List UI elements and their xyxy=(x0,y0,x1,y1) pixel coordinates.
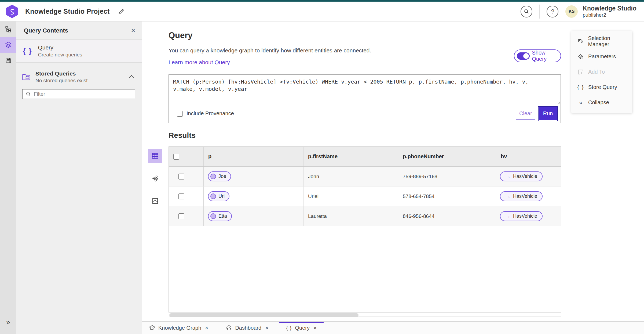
rail-item-save[interactable] xyxy=(0,53,16,68)
row-checkbox[interactable] xyxy=(178,193,184,199)
clear-button[interactable]: Clear xyxy=(516,108,535,120)
cell-phone: 759-889-57168 xyxy=(398,167,496,186)
tab-close-icon[interactable]: × xyxy=(313,325,317,331)
menu-item-collapse[interactable]: » Collapse xyxy=(571,95,632,110)
col-header-p[interactable]: p xyxy=(204,147,303,166)
show-query-toggle[interactable]: Show Query xyxy=(514,49,561,62)
query-textarea[interactable] xyxy=(169,75,561,104)
toggle-switch[interactable] xyxy=(517,52,530,60)
filter-input[interactable] xyxy=(34,91,135,97)
menu-item-store-query[interactable]: { } Store Query xyxy=(571,80,632,95)
table-row[interactable]: Joe John 759-889-57168 →HasVehicle xyxy=(169,167,561,186)
view-map-button[interactable] xyxy=(148,194,162,208)
relation-pill[interactable]: →HasVehicle xyxy=(500,211,543,221)
node-pill[interactable]: Etta xyxy=(208,211,232,221)
node-pill[interactable]: Joe xyxy=(208,171,231,181)
page-title: Query xyxy=(169,31,193,40)
results-table: p p.firstName p.phoneNumber hv Joe John … xyxy=(169,146,561,313)
table-row[interactable]: Uri Uriel 578-654-7854 →HasVehicle xyxy=(169,186,561,206)
cell-firstname: John xyxy=(303,167,398,186)
stored-queries-subtitle: No stored queries exist xyxy=(35,78,87,84)
query-editor-footer: Include Provenance Clear Run xyxy=(169,104,561,123)
rail-item-hierarchy[interactable] xyxy=(0,21,16,37)
tab-close-icon[interactable]: × xyxy=(265,325,268,331)
relation-label: HasVehicle xyxy=(513,174,537,179)
row-checkbox[interactable] xyxy=(178,213,184,219)
rail-item-layers[interactable] xyxy=(0,37,16,53)
toggle-knob xyxy=(523,53,529,59)
stored-queries-label: Stored Queries xyxy=(35,70,87,77)
tab-knowledge-graph[interactable]: Knowledge Graph × xyxy=(142,322,215,334)
relation-arrow-icon: → xyxy=(505,173,511,179)
braces-icon: { } xyxy=(286,325,292,331)
project-title: Knowledge Studio Project xyxy=(25,8,110,15)
include-provenance-label: Include Provenance xyxy=(186,110,234,117)
edit-title-button[interactable] xyxy=(118,7,127,16)
col-header-firstname[interactable]: p.firstName xyxy=(303,147,398,166)
menu-label: Add To xyxy=(588,69,605,75)
include-provenance-checkbox[interactable] xyxy=(177,111,183,117)
avatar-initials: KS xyxy=(569,9,575,14)
view-graph-button[interactable] xyxy=(148,171,162,185)
stored-queries-header[interactable]: Stored Queries No stored queries exist xyxy=(16,67,142,87)
node-label: Joe xyxy=(218,174,226,179)
col-header-hv[interactable]: hv xyxy=(496,147,561,166)
query-contents-panel: Query Contents × { } Query Create new qu… xyxy=(16,21,142,334)
app-name: Knowledge Studio xyxy=(583,5,636,12)
filter-search-icon xyxy=(26,91,31,97)
cell-phone: 578-654-7854 xyxy=(398,186,496,206)
relation-pill[interactable]: →HasVehicle xyxy=(500,191,543,201)
panel-item-query[interactable]: { } Query Create new queries xyxy=(16,40,142,63)
table-row[interactable]: Etta Lauretta 846-956-8644 →HasVehicle xyxy=(169,206,561,226)
tab-label: Query xyxy=(295,325,309,331)
top-bar: Knowledge Studio Project ? KS Knowledge … xyxy=(0,2,644,21)
braces-icon: { } xyxy=(23,47,32,55)
table-icon xyxy=(151,152,159,160)
relation-pill[interactable]: →HasVehicle xyxy=(500,171,543,181)
page-description: You can query a knowledge graph to ident… xyxy=(169,47,371,54)
tab-label: Knowledge Graph xyxy=(158,325,201,331)
relation-label: HasVehicle xyxy=(513,213,537,219)
row-checkbox[interactable] xyxy=(178,174,184,179)
chevron-up-icon[interactable] xyxy=(129,75,134,80)
query-editor-box: Include Provenance Clear Run xyxy=(169,74,561,123)
cell-firstname: Lauretta xyxy=(303,206,398,226)
view-table-button[interactable] xyxy=(148,149,162,163)
col-header-phonenumber[interactable]: p.phoneNumber xyxy=(398,147,496,166)
filter-field[interactable] xyxy=(22,89,135,99)
search-button[interactable] xyxy=(521,6,532,17)
user-block[interactable]: Knowledge Studio publisher2 xyxy=(583,5,636,18)
tab-close-icon[interactable]: × xyxy=(205,325,208,331)
panel-close-button[interactable]: × xyxy=(131,26,135,35)
learn-more-link[interactable]: Learn more about Query xyxy=(169,59,230,66)
node-icon xyxy=(210,174,216,179)
select-all-checkbox[interactable] xyxy=(173,154,179,160)
avatar[interactable]: KS xyxy=(565,5,578,18)
query-actions-menu: Selection Manager Parameters Add To { } … xyxy=(571,31,632,113)
menu-item-selection-manager[interactable]: Selection Manager xyxy=(571,34,632,49)
help-button[interactable]: ? xyxy=(547,6,558,17)
document-tab-bar: Knowledge Graph × Dashboard × { } Query … xyxy=(142,321,644,334)
query-item-subtitle: Create new queries xyxy=(38,52,82,58)
menu-item-parameters[interactable]: Parameters xyxy=(571,49,632,64)
run-button[interactable]: Run xyxy=(539,107,557,120)
relation-arrow-icon: → xyxy=(505,213,511,219)
tab-dashboard[interactable]: Dashboard × xyxy=(219,322,275,334)
panel-title: Query Contents xyxy=(24,27,68,34)
node-icon xyxy=(210,213,216,219)
graph-icon xyxy=(152,175,159,182)
save-icon xyxy=(5,57,12,64)
query-item-label: Query xyxy=(38,44,82,51)
logo-swirl-icon xyxy=(9,8,16,15)
panel-divider xyxy=(16,103,142,103)
user-name: publisher2 xyxy=(583,12,636,18)
pencil-icon xyxy=(118,8,125,15)
app-logo[interactable] xyxy=(6,5,18,18)
menu-label: Store Query xyxy=(588,84,617,90)
node-pill[interactable]: Uri xyxy=(208,191,229,201)
cell-firstname: Uriel xyxy=(303,186,398,206)
stored-queries-icon xyxy=(22,73,31,81)
rail-expand-button[interactable]: » xyxy=(0,318,16,326)
braces-icon: { } xyxy=(577,84,585,91)
tab-query[interactable]: { } Query × xyxy=(279,322,324,334)
